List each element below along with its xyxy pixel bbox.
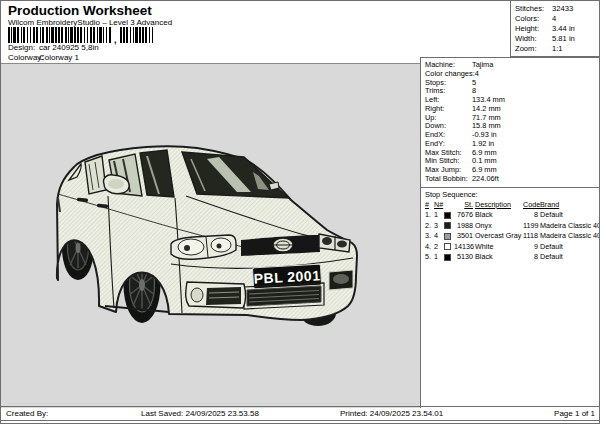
machine-rows: Machine: Tajima Color changes: 4 Stops: …: [425, 61, 598, 184]
summary-value: 4: [552, 14, 556, 24]
fog-lamp: [329, 270, 353, 290]
stop-sequence-table: # N# St. Description Code Brand 1. 1 767…: [425, 200, 598, 263]
summary-row: Height: 3.44 in: [515, 24, 600, 34]
stop-row-num: 5.: [425, 252, 432, 263]
summary-value: 32433: [552, 4, 573, 14]
design-value: car 240925 5,8in: [39, 43, 99, 52]
design-barcode: ,: [8, 27, 153, 43]
col-header-code: Code: [523, 200, 538, 211]
stitch-summary-box: Stitches: 32433 Colors: 4 Height: 3.44 i…: [510, 1, 600, 57]
summary-label: Stitches:: [515, 4, 552, 14]
stop-row-description: Overcast Gray: [475, 231, 521, 242]
summary-row: Colors: 4: [515, 14, 600, 24]
stop-row-description: Black: [475, 252, 521, 263]
info-row: Right: 14.2 mm: [425, 105, 598, 114]
rear-quarter-window: [85, 156, 106, 194]
stop-row-stitches: 3501: [454, 231, 473, 242]
stop-row-description: Black: [475, 210, 521, 221]
col-header-chip: [444, 200, 452, 211]
summary-row: Zoom: 1:1: [515, 44, 600, 54]
stop-row-stitches: 5130: [454, 252, 473, 263]
printed-label: Printed: 24/09/2025 23.54.01: [340, 409, 443, 418]
design-preview-canvas: PBL 2001: [1, 63, 420, 408]
stop-row-code: 9: [523, 242, 538, 253]
info-row: Up: 71.7 mm: [425, 114, 598, 123]
stop-row-needle: 1: [434, 252, 442, 263]
info-row: Total Bobbin: 224.06ft: [425, 175, 598, 184]
stop-row-needle: 2: [434, 242, 442, 253]
info-row: Color changes: 4: [425, 70, 598, 79]
stop-sequence-title: Stop Sequence:: [425, 190, 598, 200]
thread-color-chip: [444, 242, 452, 253]
stop-row-stitches: 14136: [454, 242, 473, 253]
info-label: Total Bobbin:: [425, 175, 472, 184]
stop-row-num: 4.: [425, 242, 432, 253]
stop-row-brand: Madeira Classic 40: [540, 231, 600, 242]
col-header-num: #: [425, 200, 432, 211]
summary-label: Width:: [515, 34, 552, 44]
page-number-label: Page 1 of 1: [554, 409, 595, 418]
stop-row-needle: 4: [434, 231, 442, 242]
stop-row-num: 2.: [425, 221, 432, 232]
colorway-row: Colorway: Colorway 1: [8, 53, 79, 62]
colorway-value: Colorway 1: [39, 53, 79, 62]
summary-label: Height:: [515, 24, 552, 34]
stop-row-stitches: 7676: [454, 210, 473, 221]
car-embroidery-design: PBL 2001: [1, 64, 420, 409]
info-row: Trims: 8: [425, 87, 598, 96]
machine-info-panel: Machine: Tajima Color changes: 4 Stops: …: [420, 57, 600, 408]
last-saved-label: Last Saved: 24/09/2025 23.53.58: [141, 409, 259, 418]
stop-row-num: 3.: [425, 231, 432, 242]
far-headlight: [319, 234, 350, 252]
info-value: 224.06ft: [472, 175, 499, 184]
info-row: Down: 15.8 mm: [425, 122, 598, 131]
barcode-bars-main: [8, 27, 111, 43]
summary-row: Stitches: 32433: [515, 4, 600, 14]
info-row: EndX: -0.93 in: [425, 131, 598, 140]
stop-row-description: Onyx: [475, 221, 521, 232]
stop-row-needle: 3: [434, 221, 442, 232]
summary-label: Zoom:: [515, 44, 552, 54]
thread-color-chip: [444, 210, 452, 221]
created-by-label: Created By:: [6, 409, 48, 418]
stop-row-code: 8: [523, 252, 538, 263]
page-footer: Created By: Last Saved: 24/09/2025 23.53…: [1, 406, 599, 421]
info-row: Stops: 5: [425, 79, 598, 88]
nissan-badge: [273, 238, 293, 252]
summary-value: 3.44 in: [552, 24, 575, 34]
stop-row-code: 1118: [523, 231, 538, 242]
stop-row-num: 1.: [425, 210, 432, 221]
info-row: Left: 133.4 mm: [425, 96, 598, 105]
stop-row-brand: Default: [540, 252, 600, 263]
barcode-separator: ,: [114, 38, 117, 43]
page-title: Production Worksheet: [8, 3, 152, 18]
colorway-label: Colorway:: [8, 53, 39, 62]
stop-row-needle: 1: [434, 210, 442, 221]
design-label: Design:: [8, 43, 39, 52]
software-subtitle: Wilcom EmbroideryStudio – Level 3 Advanc…: [8, 18, 172, 27]
design-row: Design: car 240925 5,8in: [8, 43, 99, 52]
summary-label: Colors:: [515, 14, 552, 24]
stop-row-brand: Default: [540, 242, 600, 253]
thread-color-chip: [444, 252, 452, 263]
col-header-needle: N#: [434, 200, 442, 211]
stop-row-stitches: 1988: [454, 221, 473, 232]
thread-color-chip: [444, 221, 452, 232]
stop-row-code: 1199: [523, 221, 538, 232]
stop-row-brand: Default: [540, 210, 600, 221]
col-header-description: Description: [475, 200, 521, 211]
thread-color-chip: [444, 231, 452, 242]
far-side-mirror: [269, 182, 279, 190]
col-header-brand: Brand: [540, 200, 600, 211]
stop-row-code: 8: [523, 210, 538, 221]
panel-divider: [421, 187, 600, 188]
barcode-bars-tail: [120, 27, 153, 43]
production-worksheet-page: Production Worksheet Wilcom EmbroiderySt…: [0, 0, 600, 424]
col-header-st: St.: [454, 200, 473, 211]
near-bumper-intake: [186, 282, 246, 308]
summary-value: 1:1: [552, 44, 563, 54]
summary-value: 5.81 in: [552, 34, 575, 44]
stop-row-description: White: [475, 242, 521, 253]
summary-row: Width: 5.81 in: [515, 34, 600, 44]
stop-row-brand: Madeira Classic 40: [540, 221, 600, 232]
